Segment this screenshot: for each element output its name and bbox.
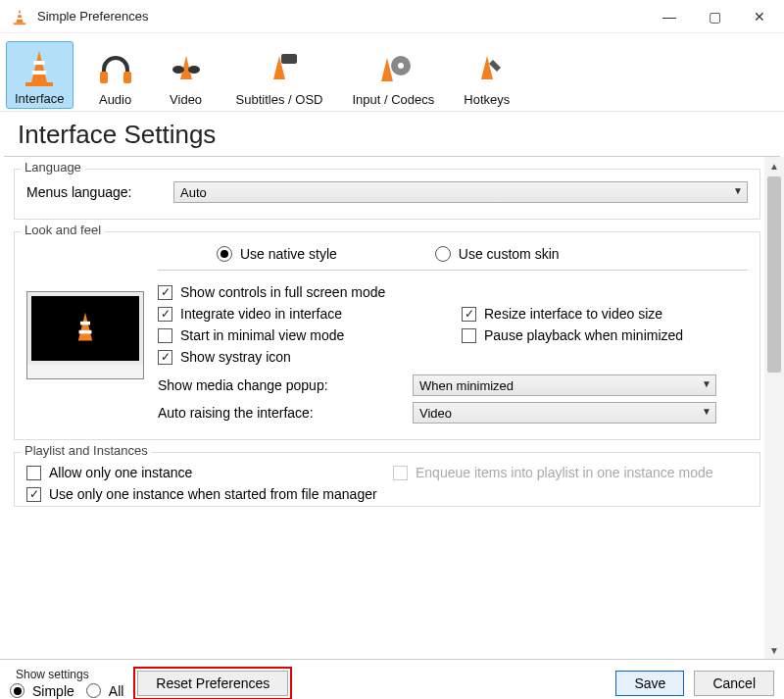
footer-bar: Show settings Simple All Reset Preferenc… (0, 659, 784, 699)
tab-label: Hotkeys (464, 92, 510, 107)
cancel-button[interactable]: Cancel (694, 671, 774, 696)
enqueue-check: Enqueue items into playlist in one insta… (393, 465, 748, 480)
radio-label: Simple (32, 683, 74, 699)
checkbox-icon (393, 466, 408, 480)
check-label: Show controls in full screen mode (180, 284, 385, 300)
cone-wrench-icon (466, 49, 508, 90)
fm-one-instance-check[interactable]: Use only one instance when started from … (26, 486, 748, 502)
category-tabstrip: Interface Audio Video Subtitles / OSD In… (0, 33, 784, 112)
checkbox-icon (158, 350, 172, 365)
svg-rect-3 (34, 61, 45, 65)
select-value: When minimized (419, 378, 514, 393)
select-value: Video (419, 406, 452, 421)
maximize-button[interactable]: ▢ (692, 0, 737, 33)
glasses-cone-icon (166, 49, 207, 90)
tab-hotkeys[interactable]: Hotkeys (456, 41, 517, 109)
tab-label: Video (170, 92, 202, 107)
tab-video[interactable]: Video (158, 41, 215, 109)
check-label: Pause playback when minimized (484, 327, 683, 343)
auto-raise-label: Auto raising the interface: (158, 405, 413, 421)
svg-rect-10 (281, 54, 297, 64)
group-legend: Language (21, 160, 85, 175)
svg-point-12 (398, 63, 404, 69)
svg-rect-14 (79, 330, 92, 334)
chevron-down-icon: ▼ (733, 185, 743, 196)
checkbox-icon (158, 307, 172, 322)
svg-point-8 (172, 66, 184, 74)
select-value: Auto (180, 185, 207, 200)
group-legend: Playlist and Instances (21, 443, 152, 458)
svg-point-9 (188, 66, 200, 74)
svg-rect-2 (14, 23, 26, 25)
svg-rect-13 (80, 322, 90, 325)
radio-icon (435, 246, 451, 262)
systray-check[interactable]: Show systray icon (158, 349, 748, 365)
menus-language-select[interactable]: Auto ▼ (173, 181, 748, 203)
check-label: Allow only one instance (49, 465, 192, 480)
style-native-radio[interactable]: Use native style (217, 246, 337, 262)
show-settings-label: Show settings (10, 668, 123, 681)
button-label: Reset Preferences (156, 675, 270, 691)
button-label: Save (634, 675, 665, 691)
radio-icon (10, 683, 24, 698)
minimize-button[interactable]: — (647, 0, 692, 33)
vertical-scrollbar[interactable]: ▲ ▼ (764, 157, 784, 659)
chevron-down-icon: ▼ (702, 378, 711, 389)
tab-label: Interface (15, 91, 65, 106)
look-and-feel-group: Look and feel Use native style (14, 231, 760, 440)
settings-scroll-area: Language Menus language: Auto ▼ Look and… (0, 157, 784, 659)
chevron-down-icon: ▼ (702, 406, 711, 417)
tab-interface[interactable]: Interface (6, 41, 74, 109)
scroll-up-icon[interactable]: ▲ (764, 157, 784, 175)
resize-interface-check[interactable]: Resize interface to video size (462, 306, 748, 322)
svg-rect-4 (32, 71, 46, 75)
svg-rect-6 (100, 72, 108, 83)
tab-label: Audio (99, 92, 131, 107)
tab-input-codecs[interactable]: Input / Codecs (344, 41, 442, 109)
page-title: Interface Settings (4, 112, 780, 157)
svg-rect-1 (17, 17, 23, 19)
playlist-group: Playlist and Instances Allow only one in… (14, 452, 760, 507)
fullscreen-controls-check[interactable]: Show controls in full screen mode (158, 284, 748, 300)
scroll-down-icon[interactable]: ▼ (764, 641, 784, 659)
scroll-thumb[interactable] (767, 176, 781, 373)
cone-icon (19, 48, 60, 89)
tab-subtitles[interactable]: Subtitles / OSD (228, 41, 331, 109)
close-button[interactable]: ✕ (737, 0, 782, 33)
cone-speech-icon (259, 49, 300, 90)
reset-preferences-button[interactable]: Reset Preferences (137, 671, 288, 696)
tab-label: Subtitles / OSD (236, 92, 323, 107)
media-popup-select[interactable]: When minimized ▼ (413, 374, 716, 396)
titlebar: Simple Preferences — ▢ ✕ (0, 0, 784, 33)
tab-audio[interactable]: Audio (87, 41, 144, 109)
reset-highlight: Reset Preferences (133, 667, 292, 700)
radio-icon (86, 683, 101, 698)
save-button[interactable]: Save (615, 671, 684, 696)
checkbox-icon (26, 487, 41, 502)
menus-language-label: Menus language: (26, 184, 173, 200)
integrate-video-check[interactable]: Integrate video in interface (158, 306, 444, 322)
skin-preview (26, 291, 144, 379)
svg-rect-0 (17, 13, 22, 15)
style-custom-radio[interactable]: Use custom skin (435, 246, 560, 262)
checkbox-icon (462, 328, 476, 343)
checkbox-icon (26, 466, 41, 480)
radio-label: Use native style (240, 246, 337, 262)
one-instance-check[interactable]: Allow only one instance (26, 465, 381, 480)
auto-raise-select[interactable]: Video ▼ (413, 402, 716, 424)
check-label: Start in minimal view mode (180, 327, 344, 343)
headphones-icon (95, 49, 136, 90)
checkbox-icon (158, 328, 172, 343)
tab-label: Input / Codecs (352, 92, 434, 107)
button-label: Cancel (712, 675, 756, 691)
pause-minimized-check[interactable]: Pause playback when minimized (462, 327, 748, 343)
show-settings-simple-radio[interactable]: Simple (10, 683, 74, 699)
check-label: Use only one instance when started from … (49, 486, 377, 502)
check-label: Resize interface to video size (484, 306, 662, 322)
group-legend: Look and feel (21, 223, 105, 237)
show-settings-all-radio[interactable]: All (86, 683, 124, 699)
cone-disc-icon (372, 49, 414, 90)
media-popup-label: Show media change popup: (158, 377, 413, 393)
minimal-view-check[interactable]: Start in minimal view mode (158, 327, 444, 343)
radio-label: All (109, 683, 124, 699)
